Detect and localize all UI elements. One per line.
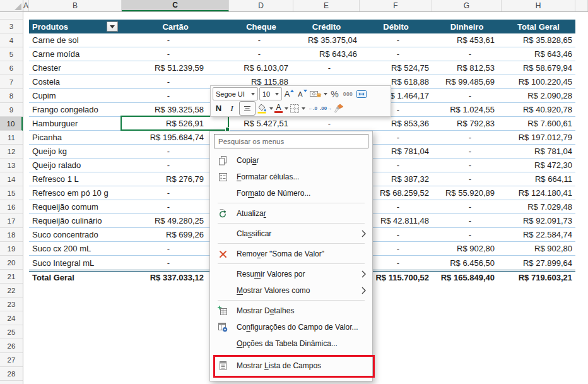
cell-E6[interactable]: - [293,61,360,75]
font-size-select[interactable]: 10 [259,87,282,100]
pivot-header-d-bito[interactable]: Débito [360,20,432,33]
row-header-partial[interactable] [0,12,23,20]
cell-H8[interactable]: R$ 2.090,28 [502,89,575,102]
cell-C5[interactable]: - [122,47,229,61]
row-header-17[interactable]: 17 [0,214,23,228]
cell-B21[interactable]: Total Geral [29,272,122,284]
cell-G10[interactable]: R$ 792,83 [432,117,502,130]
cell-G18[interactable]: - [432,228,502,241]
row-header-24[interactable]: 24 [0,311,23,325]
row-header-20[interactable]: 20 [0,256,23,270]
column-header-f[interactable]: F [360,0,432,11]
column-header-g[interactable]: G [432,0,502,11]
column-header-c[interactable]: C [122,0,229,11]
column-header-e[interactable]: E [293,0,360,11]
cell-F10[interactable]: R$ 853,36 [360,117,432,130]
cell-B7[interactable]: Costela [29,75,122,88]
menu-item-remover-soma-de-valor[interactable]: Remover "Soma de Valor" [210,246,372,262]
cell-F4[interactable]: - [360,33,432,47]
row-header-23[interactable]: 23 [0,297,23,311]
cell-H9[interactable]: R$ 40.920,78 [502,103,575,116]
cell-B8[interactable]: Cupim [29,89,122,102]
cell-G21[interactable]: R$ 165.849,40 [432,272,502,284]
cell-H18[interactable]: R$ 22.584,74 [502,228,575,241]
cell-H6[interactable]: R$ 58.679,94 [502,61,575,75]
cell-H7[interactable]: R$ 100.220,45 [502,75,575,88]
cell-G20[interactable]: R$ 6.456,50 [432,256,502,270]
cell-B16[interactable]: Requeijão comum [29,200,122,213]
increase-font-button[interactable]: A [283,87,295,100]
row-header-11[interactable]: 11 [0,131,23,145]
menu-item-copiar[interactable]: Copiar [210,152,372,169]
cell-H15[interactable]: R$ 124.180,41 [502,186,575,200]
cell-H12[interactable]: R$ 781,04 [502,145,575,158]
decrease-decimal-button[interactable]: ←.0 [307,102,319,115]
cell-G14[interactable]: - [432,172,502,186]
column-header-partial[interactable] [575,0,588,11]
cell-B19[interactable]: Suco cx 200 mL [29,242,122,255]
cell-F6[interactable]: R$ 524,75 [360,61,432,75]
row-header-21[interactable]: 21 [0,270,23,284]
comma-style-button[interactable]: 000 [342,87,354,100]
select-all-corner[interactable] [0,0,23,12]
row-header-7[interactable]: 7 [0,75,23,89]
cell-B15[interactable]: Refresco em pó 10 g [29,186,122,200]
cell-E5[interactable]: R$ 643,46 [293,47,360,61]
cell-B14[interactable]: Refresco 1 L [29,172,122,186]
row-header-28[interactable]: 28 [0,367,23,381]
bold-button[interactable]: N [213,102,225,115]
pivot-header-cr-dito[interactable]: Crédito [293,20,360,33]
row-header-9[interactable]: 9 [0,103,23,117]
percent-style-button[interactable]: % [329,87,341,100]
menu-item-classificar[interactable]: Classificar [210,225,372,242]
cell-G12[interactable]: - [432,145,502,158]
cell-G6[interactable]: R$ 812,53 [432,61,502,75]
row-header-5[interactable]: 5 [0,47,23,61]
cell-G16[interactable]: - [432,200,502,213]
menu-item-op-es-da-tabela-din-mica[interactable]: Opções da Tabela Dinâmica... [210,335,372,352]
cell-G9[interactable]: R$ 1.024,55 [432,103,502,116]
cell-C6[interactable]: R$ 51.239,59 [122,61,229,75]
column-header-h[interactable]: H [502,0,575,11]
cell-B10[interactable]: Hamburguer [29,117,122,130]
cell-G19[interactable]: R$ 902,80 [432,242,502,255]
row-header-22[interactable]: 22 [0,284,23,297]
cell-E10[interactable]: - [293,117,360,130]
cell-E4[interactable]: R$ 35.375,04 [293,33,360,47]
cell-B9[interactable]: Frango congelado [29,103,122,116]
menu-item-mostrar-lista-de-campos[interactable]: Mostrar Lista de Campos [210,357,372,374]
cell-H10[interactable]: R$ 7.600,61 [502,117,575,130]
row-header-25[interactable]: 25 [0,325,23,339]
row-header-13[interactable]: 13 [0,159,23,172]
row-header-14[interactable]: 14 [0,172,23,186]
pivot-header-dinheiro[interactable]: Dinheiro [432,20,502,33]
cell-B5[interactable]: Carne moída [29,47,122,61]
cell-G17[interactable]: - [432,214,502,227]
cell-G11[interactable]: - [432,131,502,144]
cell-B11[interactable]: Picanha [29,131,122,144]
row-header-16[interactable]: 16 [0,200,23,214]
cell-D6[interactable]: R$ 6.103,07 [229,61,293,75]
produtos-filter-button[interactable] [107,21,118,32]
font-name-select[interactable]: Segoe UI [213,87,258,100]
menu-item-formatar-c-lulas[interactable]: Formatar células... [210,169,372,185]
row-header-6[interactable]: 6 [0,61,23,75]
cell-H20[interactable]: R$ 27.899,64 [502,256,575,270]
cell-H13[interactable]: R$ 472,30 [502,159,575,172]
row-header-19[interactable]: 19 [0,242,23,256]
column-header-d[interactable]: D [229,0,293,11]
row-header-27[interactable]: 27 [0,353,23,367]
cell-D4[interactable]: - [229,33,293,47]
cell-H16[interactable]: R$ 7.029,48 [502,200,575,213]
row-header-26[interactable]: 26 [0,339,23,353]
cell-G13[interactable]: - [432,159,502,172]
merge-center-button[interactable] [355,87,367,100]
row-header-8[interactable]: 8 [0,89,23,103]
menu-item-mostrar-valores-como[interactable]: Mostrar Valores como [210,282,372,299]
menu-item-formato-de-n-mero[interactable]: Formato de Número... [210,185,372,201]
cell-H19[interactable]: R$ 902,80 [502,242,575,255]
row-header-18[interactable]: 18 [0,228,23,242]
column-header-b[interactable]: B [29,0,122,11]
cell-D5[interactable]: - [229,47,293,61]
cell-B17[interactable]: Requeijão culinário [29,214,122,227]
